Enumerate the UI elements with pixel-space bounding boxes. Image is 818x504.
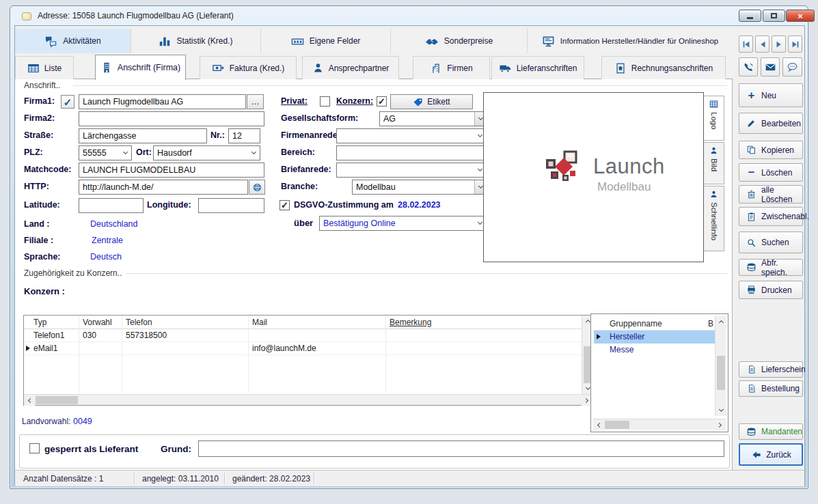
briefanrede-select[interactable] [336,163,487,178]
plz-select[interactable]: 55555 [79,145,132,160]
tab-liste[interactable]: Liste [15,56,74,79]
desktop: Adresse: 15058 Launch Flugmodellbau AG (… [0,0,818,504]
tab-label: Information Hersteller/Händler für Onlin… [560,37,718,45]
vertical-scrollbar[interactable] [715,316,726,416]
column-header[interactable]: Bemerkung [390,318,431,327]
firma1-checkbox[interactable] [61,95,74,109]
grund-input[interactable] [198,440,724,457]
open-website-button[interactable] [249,180,265,195]
group-row[interactable]: Messe [594,344,715,356]
scroll-right-icon[interactable] [715,419,726,430]
tab-sonderpreise[interactable]: Sonderpreise [391,29,528,53]
dsgvo-checkbox[interactable] [280,200,290,210]
matchcode-input[interactable] [79,163,264,178]
mandanten-button[interactable]: Mandanten [739,423,803,440]
etikett-button[interactable]: Etikett [390,94,473,109]
sprache-value[interactable]: Deutsch [90,252,122,262]
tab-ansprechpartner[interactable]: Ansprechpartner [302,56,399,79]
ueber-select[interactable]: Bestätigung Online [319,216,487,231]
bearbeiten-button[interactable]: Bearbeiten [739,113,803,134]
maximize-button[interactable] [763,10,785,22]
scroll-down-icon[interactable] [715,405,726,416]
status-bar: Anzahl Datensätze : 1 angelegt: 03.11.20… [15,470,804,486]
drucken-button[interactable]: Drucken [739,281,803,299]
last-record-button[interactable] [788,36,802,53]
top-tab-strip: Aktivitäten Statistik (Kred.) Eigene Fel… [15,29,733,53]
mail-icon [765,61,776,73]
database-icon [746,262,757,272]
comment-button[interactable] [782,57,802,76]
groups-b-column-header[interactable]: B [708,319,713,328]
previous-record-button[interactable] [755,36,769,53]
first-record-button[interactable] [739,36,753,53]
firma2-input[interactable] [79,111,264,126]
column-header[interactable]: Telefon [126,318,152,327]
column-header[interactable]: Vorwahl [83,318,112,327]
gesellschaftsform-select[interactable]: AG [379,111,487,126]
side-tab-schnellinfo[interactable]: Schnellinfo [704,186,724,251]
kopieren-button[interactable]: Kopieren [739,141,803,159]
tab-lieferanschriften[interactable]: Lieferanschriften [491,56,584,79]
maximize-icon [771,13,777,18]
titlebar[interactable]: Adresse: 15058 Launch Flugmodellbau AG (… [10,6,808,25]
suchen-button[interactable]: Suchen [739,232,803,253]
column-header[interactable]: Typ [33,318,46,327]
tab-aktivitaeten[interactable]: Aktivitäten [15,29,131,53]
scroll-left-icon[interactable] [593,419,604,430]
branche-select[interactable]: Modellbau [352,180,487,195]
longitude-input[interactable] [198,198,264,213]
scroll-left-icon[interactable] [24,395,35,406]
tab-statistik[interactable]: Statistik (Kred.) [131,29,261,53]
phone-button[interactable] [739,57,758,76]
bestellung-button[interactable]: Bestellung [739,380,803,397]
privat-checkbox[interactable] [320,96,330,107]
horizontal-scrollbar[interactable] [593,419,726,430]
loeschen-button[interactable]: − Löschen [739,163,803,182]
scroll-up-icon[interactable] [715,316,726,327]
firmenanrede-select[interactable] [336,128,487,143]
zwischenablage-button[interactable]: Zwischenabl. [739,207,803,226]
table-row[interactable]: eMail1 info@launchM.de [24,342,582,355]
tab-rechnungsanschriften[interactable]: Rechnungsanschriften [601,56,726,79]
firma1-more-button[interactable]: … [247,94,264,109]
land-value[interactable]: Deutschland [90,219,138,229]
bereich-input[interactable] [336,145,487,160]
scrollbar-thumb[interactable] [36,396,78,404]
konzern-checkbox[interactable] [377,96,387,107]
chevron-down-icon[interactable] [248,146,260,160]
scrollbar-thumb[interactable] [717,356,725,390]
first-record-icon [741,40,751,49]
table-row[interactable]: Telefon1 030 557318500 [24,329,582,342]
column-header[interactable]: Mail [252,318,267,327]
tab-anschrift-firma[interactable]: Anschrift (Firma) [95,55,186,80]
tab-faktura[interactable]: Faktura (Kred.) [200,56,297,79]
alle-loeschen-button[interactable]: alle Löschen [739,185,803,204]
zurueck-button[interactable]: Zurück [739,443,803,466]
next-record-button[interactable] [772,36,786,53]
tab-info-onlineshop[interactable]: Information Hersteller/Händler für Onlin… [528,29,733,53]
email-button[interactable] [761,57,780,76]
side-tab-bild[interactable]: Bild [704,142,724,184]
http-input[interactable] [79,180,248,195]
printer-icon [746,285,757,295]
scrollbar-thumb[interactable] [605,421,629,429]
horizontal-scrollbar[interactable] [24,394,592,405]
neu-button[interactable]: + Neu [739,83,803,107]
strasse-input[interactable] [79,128,207,143]
ort-select[interactable]: Hausdorf [153,145,260,160]
chevron-down-icon[interactable] [120,146,131,160]
minimize-button[interactable] [739,10,761,22]
lieferschein-button[interactable]: Lieferschein [739,361,803,378]
firma1-input[interactable] [79,94,246,109]
tab-eigene-felder[interactable]: Eigene Felder [261,29,391,53]
nr-input[interactable] [228,128,260,143]
filiale-value[interactable]: Zentrale [92,236,123,245]
latitude-input[interactable] [79,198,144,213]
side-tab-logo[interactable]: Logo [704,96,724,141]
groups-column-header[interactable]: Gruppenname [610,319,662,328]
abfrage-speichern-button[interactable]: Abfr. speich. [739,259,803,276]
group-row[interactable]: Hersteller [594,331,715,344]
close-button[interactable]: × [786,10,815,22]
tab-firmen[interactable]: Firmen [413,56,490,79]
gesperrt-checkbox[interactable] [29,443,40,453]
